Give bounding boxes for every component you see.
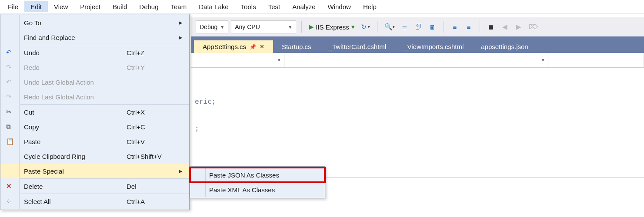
menu-view[interactable]: View xyxy=(48,1,74,12)
menu-project[interactable]: Project xyxy=(74,1,107,12)
tab[interactable]: appsettings.json xyxy=(472,40,537,53)
next-icon: ▶ xyxy=(516,23,521,31)
submenu-arrow-icon: ▶ xyxy=(179,20,189,26)
submenu-item-paste-xml[interactable]: Paste XML As Classes xyxy=(190,182,325,197)
code-line: ; xyxy=(195,124,644,135)
chevron-down-icon: ▾ xyxy=(351,23,355,31)
tab-label: appsettings.json xyxy=(481,43,528,50)
doc2-icon: 🗏 xyxy=(429,23,436,31)
nav-type-select[interactable]: ▾ xyxy=(284,53,548,67)
menu-item-redo-global: ↷ Redo Last Global Action xyxy=(0,89,189,104)
menu-item-find-replace[interactable]: Find and Replace ▶ xyxy=(0,30,189,45)
tab[interactable]: Startup.cs xyxy=(273,40,320,53)
menu-file[interactable]: File xyxy=(2,1,24,12)
search-icon: 🔍 xyxy=(384,23,393,31)
menu-debug[interactable]: Debug xyxy=(133,1,164,12)
chevron-down-icon: ▼ xyxy=(220,25,224,30)
menu-item-paste-special[interactable]: Paste Special ▶ xyxy=(0,164,189,178)
doc-icon: 🗐 xyxy=(415,23,422,31)
toolbar-btn[interactable]: 🗏 xyxy=(427,20,438,33)
menu-team[interactable]: Team xyxy=(165,1,193,12)
outdent-icon: ≡ xyxy=(453,23,457,31)
platform-label: Any CPU xyxy=(235,23,260,30)
menu-window[interactable]: Window xyxy=(322,1,357,12)
toolbar-separator xyxy=(444,21,444,33)
prev-icon: ◀ xyxy=(502,23,507,31)
menu-bar: File Edit View Project Build Debug Team … xyxy=(0,0,644,14)
standard-toolbar: Debug ▼ Any CPU ▼ ▶ IIS Express ▾ ↻▾ 🔍▾ … xyxy=(191,17,644,36)
submenu-arrow-icon: ▶ xyxy=(179,35,189,40)
editor-tab-strip: AppSettings.cs 📌 ✕ Startup.cs _TwitterCa… xyxy=(191,36,644,53)
toolbar-btn[interactable]: 🗐 xyxy=(413,20,424,33)
submenu-arrow-icon: ▶ xyxy=(179,168,189,174)
toolbar-separator xyxy=(480,21,480,33)
menu-item-go-to[interactable]: Go To ▶ xyxy=(0,15,189,30)
run-button[interactable]: ▶ IIS Express ▾ xyxy=(307,20,357,33)
select-all-icon: ⁘ xyxy=(6,197,14,205)
pin-icon[interactable]: 📌 xyxy=(250,44,256,50)
tab[interactable]: _ViewImports.cshtml xyxy=(395,40,472,53)
platform-select[interactable]: Any CPU ▼ xyxy=(231,20,296,33)
menu-tools[interactable]: Tools xyxy=(235,1,262,12)
menu-item-cut[interactable]: ✂ Cut Ctrl+X xyxy=(0,105,189,119)
cut-icon: ✂ xyxy=(6,108,14,116)
redo-global-icon: ↷ xyxy=(6,93,14,101)
lines-icon: ≣ xyxy=(402,23,407,31)
toolbar-separator xyxy=(301,21,302,33)
menu-item-copy[interactable]: ⧉ Copy Ctrl+C xyxy=(0,119,189,134)
undo-global-icon: ↶ xyxy=(6,78,14,86)
editor-nav-row: ▾ ▾ xyxy=(191,53,644,68)
menu-help[interactable]: Help xyxy=(357,1,383,12)
menu-item-select-all[interactable]: ⁘ Select All Ctrl+A xyxy=(0,194,189,209)
next-bookmark-button[interactable]: ▶ xyxy=(513,20,524,33)
code-line: eric; xyxy=(195,97,644,108)
copy-icon: ⧉ xyxy=(6,123,14,131)
prev-bookmark-button[interactable]: ◀ xyxy=(499,20,511,33)
menu-edit[interactable]: Edit xyxy=(24,1,48,12)
chevron-down-icon: ▼ xyxy=(288,25,292,30)
clear-icon: ⌦ xyxy=(529,23,538,31)
play-icon: ▶ xyxy=(309,23,314,31)
delete-icon: ✕ xyxy=(6,182,14,190)
run-label: IIS Express xyxy=(316,23,349,31)
paste-icon: 📋 xyxy=(6,138,14,145)
menu-analyze[interactable]: Analyze xyxy=(286,1,321,12)
outdent-button[interactable]: ≡ xyxy=(449,20,460,33)
toolbar-btn[interactable]: ≣ xyxy=(399,20,410,33)
tab-label: Startup.cs xyxy=(282,43,311,50)
close-icon[interactable]: ✕ xyxy=(260,43,264,50)
submenu-item-paste-json[interactable]: Paste JSON As Classes xyxy=(190,168,325,182)
tab-active[interactable]: AppSettings.cs 📌 ✕ xyxy=(194,40,273,53)
indent-button[interactable]: ≡ xyxy=(463,20,474,33)
refresh-button[interactable]: ↻▾ xyxy=(359,20,372,33)
indent-icon: ≡ xyxy=(467,23,470,31)
nav-member-select[interactable] xyxy=(548,53,644,67)
build-config-label: Debug xyxy=(200,23,217,30)
undo-icon: ↶ xyxy=(6,49,14,56)
redo-icon: ↷ xyxy=(6,63,14,71)
tab-label: AppSettings.cs xyxy=(203,43,246,50)
menu-data-lake[interactable]: Data Lake xyxy=(193,1,234,12)
menu-item-delete[interactable]: ✕ Delete Del xyxy=(0,179,189,194)
menu-item-cycle-clipboard[interactable]: Cycle Clipboard Ring Ctrl+Shift+V xyxy=(0,149,189,164)
tab-label: _TwitterCard.cshtml xyxy=(329,43,387,50)
tab[interactable]: _TwitterCard.cshtml xyxy=(320,40,395,53)
bookmark-button[interactable]: ◼ xyxy=(485,20,497,33)
menu-item-undo[interactable]: ↶ Undo Ctrl+Z xyxy=(0,45,189,60)
menu-item-paste[interactable]: 📋 Paste Ctrl+V xyxy=(0,134,189,149)
tab-label: _ViewImports.cshtml xyxy=(404,43,464,50)
nav-scope-select[interactable]: ▾ xyxy=(191,53,284,67)
refresh-icon: ↻ xyxy=(361,23,367,31)
bookmark-icon: ◼ xyxy=(488,23,494,31)
build-config-select[interactable]: Debug ▼ xyxy=(196,20,228,33)
clear-bookmarks-button[interactable]: ⌦ xyxy=(527,20,540,33)
menu-item-redo: ↷ Redo Ctrl+Y xyxy=(0,60,189,75)
menu-test[interactable]: Test xyxy=(262,1,287,12)
toolbar-separator xyxy=(377,21,377,33)
menu-build[interactable]: Build xyxy=(107,1,133,12)
paste-special-submenu: Paste JSON As Classes Paste XML As Class… xyxy=(190,166,325,198)
menu-item-undo-global: ↶ Undo Last Global Action xyxy=(0,75,189,89)
edit-menu-dropdown: Go To ▶ Find and Replace ▶ ↶ Undo Ctrl+Z… xyxy=(0,14,190,210)
find-button[interactable]: 🔍▾ xyxy=(383,20,397,33)
